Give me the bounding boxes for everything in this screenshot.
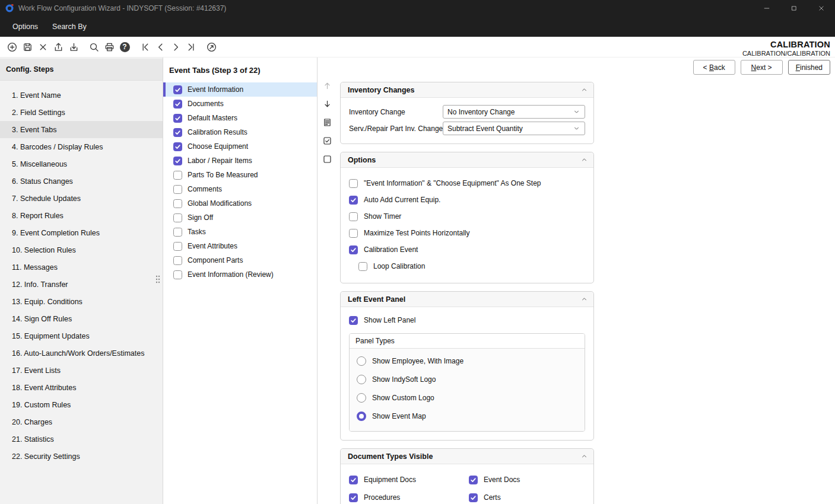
checkbox[interactable] xyxy=(173,142,182,151)
import-icon[interactable] xyxy=(66,39,81,55)
checkbox[interactable] xyxy=(469,493,478,502)
config-step[interactable]: 21. Statistics xyxy=(0,430,163,448)
panel-type-option[interactable]: Show Event Map xyxy=(357,407,577,425)
checkbox[interactable] xyxy=(173,100,182,109)
option-row[interactable]: Maximize Test Points Horizontally xyxy=(349,225,585,241)
close-button[interactable] xyxy=(808,0,835,17)
panel-type-option[interactable]: Show Custom Logo xyxy=(357,388,577,407)
collapse-icon[interactable] xyxy=(579,451,590,462)
config-step[interactable]: 13. Equip. Conditions xyxy=(0,293,163,310)
splitter-handle[interactable] xyxy=(155,275,160,284)
add-icon[interactable] xyxy=(4,39,20,55)
checkbox[interactable] xyxy=(173,199,182,208)
section-header-options[interactable]: Options xyxy=(341,152,593,168)
doc-type-row[interactable]: Procedures xyxy=(349,489,469,504)
doc-type-row[interactable]: Certs xyxy=(469,489,585,504)
checkbox[interactable] xyxy=(173,171,182,180)
panel-type-option[interactable]: Show Employee, With Image xyxy=(357,352,577,370)
collapse-icon[interactable] xyxy=(579,294,590,305)
checkbox[interactable] xyxy=(173,85,182,94)
checkbox[interactable] xyxy=(358,262,367,271)
option-row[interactable]: Auto Add Current Equip. xyxy=(349,192,585,208)
checkbox[interactable] xyxy=(173,185,182,194)
search-icon[interactable] xyxy=(86,39,101,55)
minimize-button[interactable] xyxy=(753,0,780,17)
event-tab-row[interactable]: Documents xyxy=(163,97,317,111)
finished-button[interactable]: Finished xyxy=(788,60,830,75)
event-tab-row[interactable]: Default Masters xyxy=(163,111,317,125)
event-tab-row[interactable]: Global Modifications xyxy=(163,196,317,210)
option-row[interactable]: "Event Information" & "Choose Equipment"… xyxy=(349,175,585,192)
checkbox[interactable] xyxy=(349,493,358,502)
config-step[interactable]: 6. Status Changes xyxy=(0,173,163,190)
event-tab-row[interactable]: Parts To Be Measured xyxy=(163,168,317,182)
event-tab-row[interactable]: Event Information (Review) xyxy=(163,267,317,282)
radio-button[interactable] xyxy=(357,375,366,384)
nav-first-icon[interactable] xyxy=(137,39,153,55)
checkbox[interactable] xyxy=(349,196,358,205)
serv-repair-part-inv-change-select[interactable]: Subtract Event Quantity xyxy=(443,122,585,135)
checkbox[interactable] xyxy=(349,179,358,188)
config-step[interactable]: 12. Info. Transfer xyxy=(0,276,163,293)
option-row[interactable]: Calibration Event xyxy=(349,241,585,258)
check-all-icon[interactable] xyxy=(321,134,334,147)
nav-prev-icon[interactable] xyxy=(153,39,168,55)
help-icon[interactable]: ? xyxy=(117,39,132,55)
config-step[interactable]: 14. Sign Off Rules xyxy=(0,310,163,327)
radio-button[interactable] xyxy=(357,393,366,403)
config-step[interactable]: 15. Equipment Updates xyxy=(0,327,163,344)
config-step[interactable]: 2. Field Settings xyxy=(0,104,163,121)
nav-next-icon[interactable] xyxy=(168,39,183,55)
details-icon[interactable] xyxy=(321,116,334,129)
move-up-icon[interactable] xyxy=(321,79,334,92)
section-header-left-event-panel[interactable]: Left Event Panel xyxy=(341,292,593,307)
checkbox[interactable] xyxy=(173,213,182,222)
config-step[interactable]: 5. Miscellaneous xyxy=(0,155,163,173)
export-icon[interactable] xyxy=(50,39,66,55)
checkbox[interactable] xyxy=(469,476,478,484)
config-step[interactable]: 8. Report Rules xyxy=(0,207,163,224)
maximize-button[interactable] xyxy=(780,0,808,17)
radio-button[interactable] xyxy=(357,356,366,366)
checkbox[interactable] xyxy=(173,270,182,279)
checkbox[interactable] xyxy=(173,242,182,251)
next-button[interactable]: Next > xyxy=(741,60,783,75)
print-icon[interactable] xyxy=(101,39,117,55)
config-step[interactable]: 16. Auto-Launch/Work Orders/Estimates xyxy=(0,344,163,362)
checkbox[interactable] xyxy=(349,212,358,221)
config-step[interactable]: 7. Schedule Updates xyxy=(0,190,163,207)
config-step[interactable]: 20. Charges xyxy=(0,413,163,430)
event-tab-row[interactable]: Sign Off xyxy=(163,210,317,225)
inventory-change-select[interactable]: No Inventory Change xyxy=(443,105,585,119)
config-step[interactable]: 19. Custom Rules xyxy=(0,396,163,413)
section-header-inventory-changes[interactable]: Inventory Changes xyxy=(341,82,593,98)
doc-type-row[interactable]: Equipment Docs xyxy=(349,471,469,488)
menu-item-options[interactable]: Options xyxy=(6,19,45,34)
config-step[interactable]: 22. Security Settings xyxy=(0,448,163,465)
section-header-document-types-visible[interactable]: Document Types Visible xyxy=(341,449,593,464)
config-step[interactable]: 10. Selection Rules xyxy=(0,241,163,259)
uncheck-all-icon[interactable] xyxy=(321,152,334,165)
collapse-icon[interactable] xyxy=(579,84,590,95)
checkbox[interactable] xyxy=(173,228,182,237)
config-step[interactable]: 4. Barcodes / Display Rules xyxy=(0,138,163,155)
event-tab-row[interactable]: Event Attributes xyxy=(163,239,317,253)
event-tab-row[interactable]: Choose Equipment xyxy=(163,139,317,154)
checkbox[interactable] xyxy=(349,316,358,325)
event-tab-row[interactable]: Comments xyxy=(163,182,317,196)
checkbox[interactable] xyxy=(173,128,182,137)
event-tab-row[interactable]: Calibration Results xyxy=(163,125,317,139)
checkbox[interactable] xyxy=(173,157,182,165)
move-down-icon[interactable] xyxy=(321,97,334,110)
config-step[interactable]: 1. Event Name xyxy=(0,87,163,104)
checkbox[interactable] xyxy=(349,229,358,238)
config-step[interactable]: 18. Event Attributes xyxy=(0,379,163,396)
event-tab-row[interactable]: Tasks xyxy=(163,225,317,239)
event-tab-row[interactable]: Component Parts xyxy=(163,253,317,267)
save-icon[interactable] xyxy=(20,39,35,55)
checkbox[interactable] xyxy=(173,256,182,265)
delete-icon[interactable] xyxy=(35,39,50,55)
nav-last-icon[interactable] xyxy=(183,39,199,55)
option-row[interactable]: Loop Calibration xyxy=(349,258,585,275)
checkbox[interactable] xyxy=(349,245,358,254)
